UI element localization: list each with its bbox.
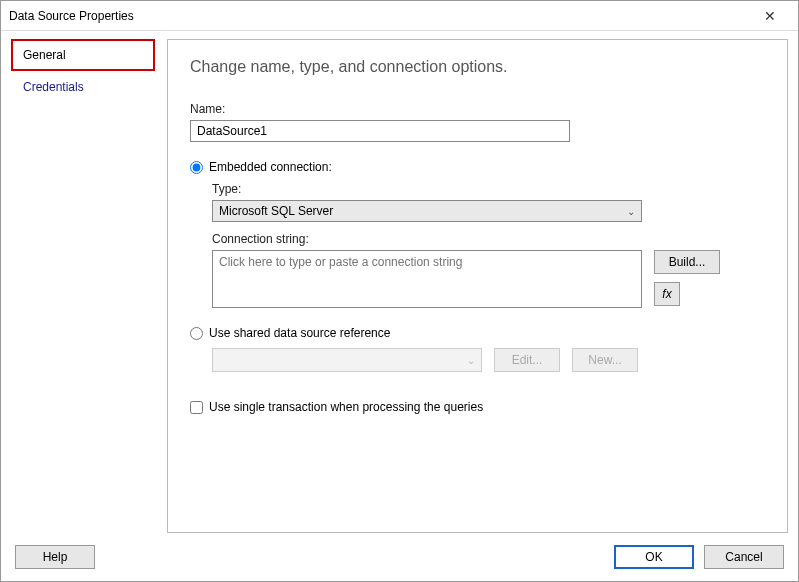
close-icon: ✕ (764, 8, 776, 24)
shared-controls-row: ⌄ Edit... New... (212, 348, 765, 372)
shared-radio-label: Use shared data source reference (209, 326, 390, 340)
type-label: Type: (212, 182, 765, 196)
footer: Help OK Cancel (1, 533, 798, 581)
shared-section: Use shared data source reference ⌄ Edit.… (190, 326, 765, 372)
single-transaction-row[interactable]: Use single transaction when processing t… (190, 400, 765, 414)
close-button[interactable]: ✕ (750, 2, 790, 30)
embedded-radio-row[interactable]: Embedded connection: (190, 160, 765, 174)
type-dropdown-value: Microsoft SQL Server (219, 204, 333, 218)
build-button[interactable]: Build... (654, 250, 720, 274)
new-button: New... (572, 348, 638, 372)
type-dropdown[interactable]: Microsoft SQL Server ⌄ (212, 200, 642, 222)
name-section: Name: (190, 102, 765, 142)
fx-button[interactable]: fx (654, 282, 680, 306)
sidebar: General Credentials (11, 39, 155, 533)
sidebar-item-label: General (23, 48, 66, 62)
sidebar-item-label: Credentials (23, 80, 84, 94)
shared-radio-row[interactable]: Use shared data source reference (190, 326, 765, 340)
embedded-indent: Type: Microsoft SQL Server ⌄ Connection … (212, 182, 765, 308)
chevron-down-icon: ⌄ (627, 206, 635, 217)
sidebar-item-credentials[interactable]: Credentials (11, 71, 155, 103)
window-title: Data Source Properties (9, 9, 750, 23)
name-label: Name: (190, 102, 765, 116)
conn-string-label: Connection string: (212, 232, 765, 246)
page-heading: Change name, type, and connection option… (190, 58, 765, 76)
edit-button: Edit... (494, 348, 560, 372)
sidebar-item-general[interactable]: General (11, 39, 155, 71)
dialog-body: General Credentials Change name, type, a… (1, 31, 798, 533)
name-input[interactable] (190, 120, 570, 142)
main-panel: Change name, type, and connection option… (167, 39, 788, 533)
fx-icon: fx (662, 287, 671, 301)
help-button[interactable]: Help (15, 545, 95, 569)
chevron-down-icon: ⌄ (467, 355, 475, 366)
embedded-section: Embedded connection: Type: Microsoft SQL… (190, 160, 765, 308)
shared-radio[interactable] (190, 327, 203, 340)
titlebar: Data Source Properties ✕ (1, 1, 798, 31)
conn-side-buttons: Build... fx (654, 250, 720, 306)
conn-string-input[interactable] (212, 250, 642, 308)
ok-button[interactable]: OK (614, 545, 694, 569)
shared-dropdown: ⌄ (212, 348, 482, 372)
single-transaction-label: Use single transaction when processing t… (209, 400, 483, 414)
dialog-window: Data Source Properties ✕ General Credent… (0, 0, 799, 582)
embedded-radio-label: Embedded connection: (209, 160, 332, 174)
conn-string-row: Build... fx (212, 250, 765, 308)
embedded-radio[interactable] (190, 161, 203, 174)
single-transaction-checkbox[interactable] (190, 401, 203, 414)
cancel-button[interactable]: Cancel (704, 545, 784, 569)
